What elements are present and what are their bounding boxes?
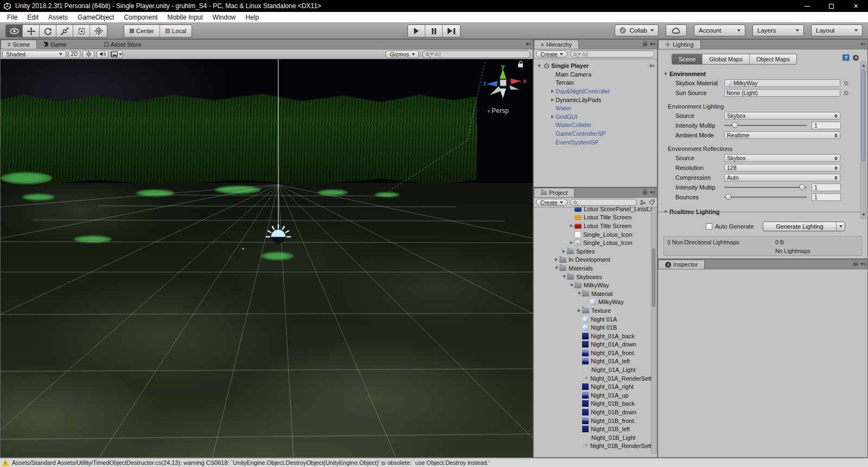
foldout-icon[interactable] [569,284,575,287]
panel-menu-icon[interactable]: ▾≡ [860,41,866,47]
hierarchy-search-input[interactable]: All [570,51,655,58]
rotation-toggle-button[interactable]: Local [160,25,192,37]
project-item[interactable]: Sprites [534,247,657,256]
env-lighting-intensity-slider[interactable] [724,122,807,129]
project-item[interactable]: Material [534,289,657,298]
tab-lighting[interactable]: Lighting [658,40,701,49]
compression-dropdown[interactable]: Auto [724,174,840,181]
2d-toggle-button[interactable]: 2D [68,51,80,58]
ambient-mode-dropdown[interactable]: Realtime [724,131,840,139]
hierarchy-item[interactable]: WaterCollider [534,121,657,130]
scene-root-row[interactable]: Single Player ▾≡ [534,61,657,70]
scale-tool-button[interactable] [56,25,73,37]
menu-item[interactable]: Help [241,12,264,22]
orientation-gizmo[interactable]: z x y [482,64,528,107]
foldout-icon[interactable] [550,90,556,93]
project-item[interactable]: Night_01B_down [534,408,657,416]
lock-icon[interactable] [643,43,647,46]
reflections-source-dropdown[interactable]: Skybox [724,154,840,162]
hierarchy-item[interactable]: Day&NightController [534,87,657,96]
lock-icon[interactable] [643,191,647,194]
generate-lighting-button[interactable]: Generate Lighting [763,222,845,231]
menu-item[interactable]: Edit [22,12,43,22]
skybox-material-field[interactable]: MilkyWay [724,79,840,87]
foldout-icon[interactable] [561,250,567,253]
view-tool-button[interactable] [6,25,23,37]
panel-menu-icon[interactable]: ▾≡ [860,261,866,267]
layout-button[interactable]: Layout [811,24,863,36]
project-item[interactable]: Night_01A_left [534,357,657,366]
env-lighting-source-dropdown[interactable]: Skybox [724,112,840,119]
hierarchy-item[interactable]: DynamicLilyPads [534,96,657,104]
project-item[interactable]: Night_01B_RenderSettin [534,442,657,451]
gizmos-dropdown[interactable]: Gizmos [386,51,419,58]
foldout-icon[interactable] [550,115,556,118]
move-tool-button[interactable] [23,25,40,37]
cloud-button[interactable] [666,24,687,36]
rotate-tool-button[interactable] [40,25,56,37]
scene-menu-icon[interactable]: ▾≡ [649,63,655,68]
tab-inspector[interactable]: i Inspector [658,260,705,269]
scene-search-input[interactable]: All [422,51,531,58]
shading-mode-dropdown[interactable]: Shaded [2,51,66,58]
maximize-button[interactable] [819,0,844,12]
slider-thumb[interactable] [732,122,738,128]
status-bar[interactable]: Assets/Standard Assets/Utility/TimedObje… [0,458,868,467]
environment-section-header[interactable]: Environment [658,70,867,78]
project-item[interactable]: Night_01A_up [534,391,657,400]
foldout-icon[interactable] [550,98,556,102]
foldout-icon[interactable] [553,258,559,261]
object-picker-icon[interactable]: ⊙ [844,80,848,87]
checkbox-icon[interactable] [706,223,712,230]
project-item[interactable]: Night_01A_back [534,332,657,340]
scrollbar-thumb[interactable] [652,248,655,307]
project-item[interactable]: Night 01B [534,323,657,332]
bounces-value[interactable]: 1 [812,193,841,201]
hierarchy-item[interactable]: GridGUI [534,112,657,121]
lock-icon[interactable] [853,263,858,266]
step-button[interactable] [443,25,460,37]
hierarchy-item[interactable]: Main Camera [534,70,657,79]
project-item[interactable]: Night_01A_Light [534,365,657,374]
project-item[interactable]: In Development [534,256,657,264]
transform-tool-button[interactable] [90,25,107,37]
tab-hierarchy[interactable]: ≡ Hierarchy [534,40,579,49]
close-button[interactable]: × [844,0,868,12]
foldout-open-icon[interactable] [536,65,542,67]
project-item[interactable]: Night_01A_front [534,349,657,357]
project-item[interactable]: Night_01A_right [534,382,657,391]
tab-scene[interactable]: # Scene [1,40,37,49]
scrollbar-thumb[interactable] [861,70,865,162]
foldout-icon[interactable] [569,241,575,244]
hierarchy-item[interactable]: GameControllerSP [534,129,657,138]
resolution-dropdown[interactable]: 128 [724,164,840,172]
sun-source-field[interactable]: None (Light) [724,89,840,97]
project-item[interactable]: Lotus Title Screen [534,213,657,222]
project-item[interactable]: Night_01B_Light [534,433,657,442]
foldout-icon[interactable] [569,224,575,228]
play-button[interactable] [408,25,425,37]
reflections-intensity-slider[interactable] [724,184,807,191]
reflections-intensity-value[interactable]: 1 [812,184,841,191]
project-item[interactable]: MilkyWay [534,281,657,289]
help-icon[interactable]: ? [843,54,850,61]
project-item[interactable]: Skyboxes [534,273,657,281]
foldout-icon[interactable] [576,292,582,295]
project-item[interactable]: Night 01A [534,315,657,324]
menu-item[interactable]: File [2,12,22,22]
gear-icon[interactable] [853,55,859,61]
project-item[interactable]: Materials [534,264,657,273]
menu-item[interactable]: Component [119,12,162,22]
tab-object-maps[interactable]: Object Maps [750,54,796,64]
generate-options-dropdown[interactable] [836,222,845,231]
lighting-scrollbar[interactable] [860,61,866,219]
project-item[interactable]: Lotus Title Screen [534,222,657,230]
project-item[interactable]: Night_01B_left [534,425,657,433]
layers-button[interactable]: Layers [752,24,804,36]
project-item[interactable]: Single_Lotus_Icon [534,238,657,247]
tab-game[interactable]: Game [37,40,73,49]
project-item[interactable]: Night_01B_front [534,416,657,425]
panel-menu-icon[interactable]: ▾≡ [650,190,655,195]
panel-menu-icon[interactable]: ▾≡ [526,41,531,47]
tab-global-maps[interactable]: Global Maps [703,54,750,64]
